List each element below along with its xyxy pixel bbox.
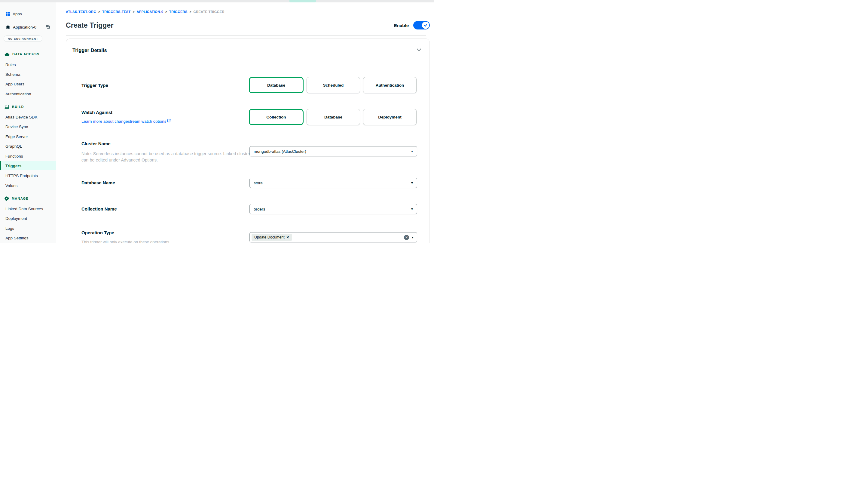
create-trigger-page: Apps Application-0 NO ENVIRONMENT DATA A… — [0, 0, 434, 243]
sidebar-item-application[interactable]: Application-0 — [0, 24, 56, 30]
cluster-name-value: mongodb-atlas (AtlasCluster) — [254, 149, 306, 154]
trigger-details-header[interactable]: Trigger Details — [66, 39, 430, 62]
caret-down-icon: ▾ — [411, 207, 413, 211]
section-header-data-access: DATA ACCESS — [0, 51, 56, 57]
sidebar-item-values[interactable]: Values — [0, 181, 56, 190]
sidebar-item-deployment[interactable]: Deployment — [0, 214, 56, 223]
top-loading-bar — [0, 0, 434, 2]
breadcrumb-link-triggers[interactable]: TRIGGERS — [169, 10, 188, 13]
sidebar-item-app-users[interactable]: App Users — [0, 79, 56, 88]
trigger-type-option-scheduled[interactable]: Scheduled — [307, 77, 360, 93]
cluster-name-select[interactable]: mongodb-atlas (AtlasCluster) ▾ — [249, 146, 417, 156]
top-accent-segment — [289, 0, 316, 2]
card-header-divider — [66, 62, 430, 62]
operation-type-label: Operation Type — [82, 230, 114, 235]
sidebar-item-linked-data-sources[interactable]: Linked Data Sources — [0, 204, 56, 213]
trigger-type-option-database[interactable]: Database — [249, 77, 304, 93]
sidebar-item-logs[interactable]: Logs — [0, 224, 56, 233]
operation-type-multiselect[interactable]: Update Document ✕ ✕ ▾ — [249, 232, 417, 242]
title-divider — [66, 35, 426, 36]
cluster-name-note: Note: Serverless instances cannot be use… — [82, 151, 255, 163]
breadcrumb-link-project[interactable]: TRIGGERS-TEST — [102, 10, 130, 13]
enable-toggle[interactable] — [413, 21, 430, 29]
watch-against-label: Watch Against — [82, 110, 113, 115]
sidebar-item-apps[interactable]: Apps — [0, 10, 56, 17]
breadcrumb-link-application[interactable]: APPLICATION-0 — [136, 10, 163, 13]
main-content: ATLAS-TEST-ORG > TRIGGERS-TEST > APPLICA… — [56, 2, 434, 243]
home-icon — [6, 25, 10, 29]
breadcrumb-separator: > — [165, 10, 167, 13]
cluster-name-label: Cluster Name — [82, 141, 111, 146]
watch-against-options: Collection Database Deployment — [249, 109, 416, 125]
trigger-details-card: Trigger Details Trigger Type Database Sc… — [66, 38, 430, 243]
toggle-knob — [422, 22, 429, 29]
cloud-icon — [4, 52, 10, 56]
sidebar-item-https-endpoints[interactable]: HTTPS Endpoints — [0, 171, 56, 180]
card-title: Trigger Details — [72, 48, 107, 53]
apps-grid-icon — [6, 12, 10, 16]
breadcrumb-current: CREATE TRIGGER — [193, 10, 224, 13]
sidebar-item-authentication[interactable]: Authentication — [0, 89, 56, 98]
collection-name-select[interactable]: orders ▾ — [249, 204, 417, 214]
database-name-label: Database Name — [82, 180, 115, 185]
database-name-value: store — [254, 181, 263, 185]
application-name: Application-0 — [13, 25, 36, 29]
trigger-type-option-authentication[interactable]: Authentication — [363, 77, 416, 93]
breadcrumb: ATLAS-TEST-ORG > TRIGGERS-TEST > APPLICA… — [66, 10, 224, 13]
breadcrumb-separator: > — [133, 10, 135, 13]
collection-name-label: Collection Name — [82, 206, 117, 211]
copy-app-id-button[interactable] — [46, 24, 50, 30]
sidebar-item-triggers[interactable]: Triggers — [0, 161, 56, 170]
section-header-build: BUILD — [0, 104, 56, 110]
trigger-type-label: Trigger Type — [82, 83, 108, 88]
sidebar: Apps Application-0 NO ENVIRONMENT DATA A… — [0, 2, 56, 243]
sidebar-item-device-sync[interactable]: Device Sync — [0, 122, 56, 131]
caret-down-icon: ▾ — [411, 181, 413, 185]
caret-down-icon: ▾ — [411, 149, 413, 153]
sidebar-item-schema[interactable]: Schema — [0, 70, 56, 79]
watch-against-option-database[interactable]: Database — [307, 109, 360, 125]
apps-label: Apps — [12, 12, 22, 16]
chevron-down-icon[interactable] — [416, 47, 422, 54]
gear-icon — [4, 196, 9, 201]
clear-all-icon[interactable]: ✕ — [404, 235, 409, 240]
database-name-select[interactable]: store ▾ — [249, 178, 417, 188]
sidebar-item-graphql[interactable]: GraphQL — [0, 142, 56, 151]
sidebar-item-atlas-device-sdk[interactable]: Atlas Device SDK — [0, 112, 56, 121]
changestream-docs-link[interactable]: Learn more about changestream watch opti… — [82, 119, 171, 123]
check-icon — [424, 23, 428, 27]
sidebar-item-app-settings[interactable]: App Settings — [0, 233, 56, 242]
copy-icon — [46, 24, 50, 29]
breadcrumb-separator: > — [190, 10, 191, 13]
enable-label: Enable — [394, 23, 409, 28]
laptop-icon — [4, 105, 9, 109]
collection-name-value: orders — [254, 207, 265, 211]
watch-against-option-deployment[interactable]: Deployment — [363, 109, 416, 125]
environment-badge[interactable]: NO ENVIRONMENT — [4, 35, 42, 42]
operation-chip-update-document: Update Document ✕ — [252, 234, 292, 241]
sidebar-item-rules[interactable]: Rules — [0, 60, 56, 69]
operation-type-helper: This trigger will only execute on these … — [82, 240, 170, 243]
section-header-manage: MANAGE — [0, 195, 56, 202]
breadcrumb-separator: > — [98, 10, 100, 13]
watch-against-option-collection[interactable]: Collection — [249, 109, 304, 125]
breadcrumb-link-org[interactable]: ATLAS-TEST-ORG — [66, 10, 96, 13]
chip-remove-icon[interactable]: ✕ — [286, 235, 289, 239]
external-link-icon — [167, 119, 171, 122]
sidebar-item-edge-server[interactable]: Edge Server — [0, 132, 56, 141]
caret-down-icon: ▾ — [412, 235, 413, 239]
trigger-type-options: Database Scheduled Authentication — [249, 77, 416, 93]
page-title: Create Trigger — [66, 21, 114, 29]
sidebar-item-functions[interactable]: Functions — [0, 151, 56, 161]
